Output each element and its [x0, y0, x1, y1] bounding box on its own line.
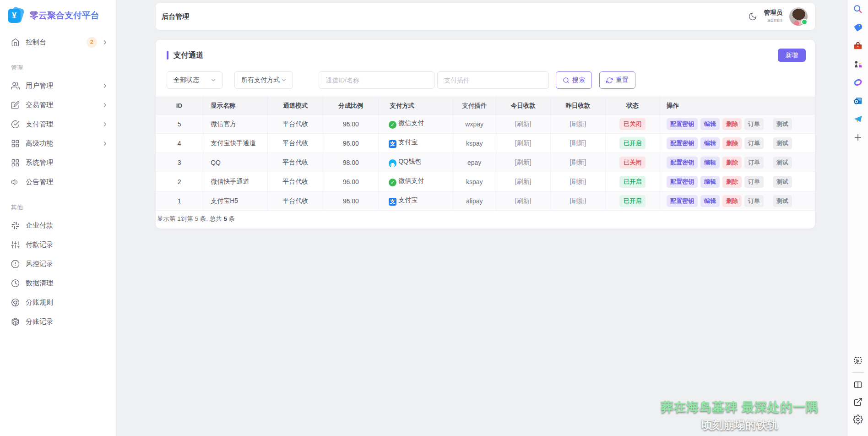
- sidebar-item-system-management[interactable]: 系统管理: [0, 153, 116, 172]
- orders-action[interactable]: 订单: [744, 195, 764, 207]
- delete-action[interactable]: 删除: [722, 176, 742, 188]
- extension-copilot-icon[interactable]: [852, 77, 863, 88]
- cell-share-ratio: 96.00: [323, 134, 379, 153]
- orders-action[interactable]: 订单: [744, 176, 764, 188]
- main-area: 后台管理 管理员 admin 支付通道 新增 全部状态: [116, 0, 847, 436]
- refresh-today-link[interactable]: [刷新]: [515, 120, 532, 127]
- open-external-icon[interactable]: [852, 397, 863, 408]
- cell-id: 2: [156, 172, 203, 191]
- sidebar-item-console[interactable]: 控制台 2: [0, 33, 116, 52]
- sidebar-item-transaction-management[interactable]: 交易管理: [0, 95, 116, 114]
- test-action[interactable]: 测试: [773, 176, 792, 188]
- dark-mode-toggle[interactable]: [748, 12, 757, 21]
- delete-action[interactable]: 删除: [722, 118, 742, 130]
- method-select[interactable]: 所有支付方式: [234, 71, 293, 89]
- logo[interactable]: ¥ 零云聚合支付平台: [0, 6, 116, 25]
- avatar[interactable]: [789, 7, 808, 26]
- orders-action[interactable]: 订单: [744, 137, 764, 149]
- configure-key-action[interactable]: 配置密钥: [667, 118, 698, 130]
- sidebar-item-risk-records[interactable]: 风控记录: [0, 254, 116, 273]
- sidebar-item-enterprise-payment[interactable]: 企业付款: [0, 216, 116, 235]
- extension-telegram-icon[interactable]: [852, 114, 863, 125]
- col-channel-mode: 通道模式: [268, 97, 323, 114]
- user-menu[interactable]: 管理员 admin: [764, 9, 783, 24]
- delete-action[interactable]: 删除: [722, 157, 742, 169]
- table-summary: 显示第 1到第 5 条, 总共 5 条: [156, 211, 815, 223]
- edit-action[interactable]: 编辑: [700, 157, 720, 169]
- sidebar-item-advanced-functions[interactable]: 高级功能: [0, 134, 116, 153]
- search-button[interactable]: 搜索: [556, 71, 592, 89]
- channels-table: ID 显示名称 通道模式 分成比例 支付方式 支付插件 今日收款 昨日收款 状态…: [156, 97, 815, 211]
- delete-action[interactable]: 删除: [722, 195, 742, 207]
- sidebar-item-label: 数据清理: [26, 279, 108, 288]
- topbar: 后台管理 管理员 admin: [156, 3, 815, 30]
- refresh-yesterday-link[interactable]: [刷新]: [570, 139, 586, 147]
- chevron-down-icon: [210, 77, 217, 83]
- configure-key-action[interactable]: 配置密钥: [667, 137, 698, 149]
- test-action[interactable]: 测试: [773, 157, 792, 169]
- status-select[interactable]: 全部状态: [167, 71, 222, 89]
- sidebar-item-label: 控制台: [26, 38, 87, 47]
- extension-tag-icon[interactable]: [852, 22, 863, 33]
- cell-share-ratio: 96.00: [323, 172, 379, 191]
- sidebar-item-payment-management[interactable]: 支付管理: [0, 114, 116, 134]
- sidebar-item-payment-records[interactable]: 付款记录: [0, 235, 116, 254]
- sidebar-item-split-records[interactable]: 分账记录: [0, 312, 116, 331]
- edit-action[interactable]: 编辑: [700, 137, 720, 149]
- extension-search-icon[interactable]: [852, 4, 863, 15]
- add-button[interactable]: 新增: [778, 49, 806, 62]
- screenshot-icon[interactable]: [852, 355, 863, 366]
- configure-key-action[interactable]: 配置密钥: [667, 195, 698, 207]
- configure-key-action[interactable]: 配置密钥: [667, 176, 698, 188]
- extension-toolbox-icon[interactable]: [852, 40, 863, 51]
- col-display-name: 显示名称: [203, 97, 268, 114]
- add-extension-icon[interactable]: [852, 132, 863, 143]
- configure-key-action[interactable]: 配置密钥: [667, 157, 698, 169]
- refresh-yesterday-link[interactable]: [刷新]: [570, 197, 586, 204]
- test-action[interactable]: 测试: [773, 195, 792, 207]
- refresh-yesterday-link[interactable]: [刷新]: [570, 158, 586, 166]
- home-icon: [11, 38, 20, 47]
- sidebar-item-announcement-management[interactable]: 公告管理: [0, 172, 116, 191]
- sidebar: ¥ 零云聚合支付平台 控制台 2 管理 用户管理 交易管理 支付管理: [0, 0, 116, 436]
- speaker-icon: [11, 178, 20, 186]
- refresh-today-link[interactable]: [刷新]: [515, 197, 532, 204]
- extension-chess-icon[interactable]: [852, 59, 863, 70]
- cell-actions: 配置密钥编辑删除订单测试: [660, 191, 815, 211]
- payment-method-label: QQ钱包: [398, 158, 421, 165]
- settings-gear-icon[interactable]: [852, 414, 863, 425]
- cell-today-income: [刷新]: [496, 191, 551, 211]
- edit-action[interactable]: 编辑: [700, 118, 720, 130]
- refresh-today-link[interactable]: [刷新]: [515, 158, 532, 166]
- refresh-today-link[interactable]: [刷新]: [515, 178, 532, 185]
- delete-action[interactable]: 删除: [722, 137, 742, 149]
- table-row: 2 微信快手通道 平台代收 96.00 微信支付 kspay [刷新] [刷新]…: [156, 172, 815, 191]
- app-root: ¥ 零云聚合支付平台 控制台 2 管理 用户管理 交易管理 支付管理: [0, 0, 868, 436]
- chevron-down-icon: [281, 77, 287, 83]
- split-view-icon[interactable]: [852, 379, 863, 390]
- test-action[interactable]: 测试: [773, 118, 792, 130]
- plugin-input[interactable]: [437, 71, 549, 89]
- sidebar-item-label: 风控记录: [26, 260, 108, 268]
- test-action[interactable]: 测试: [773, 137, 792, 149]
- cell-channel-mode: 平台代收: [268, 114, 323, 134]
- refresh-today-link[interactable]: [刷新]: [515, 139, 532, 147]
- reset-button[interactable]: 重置: [599, 71, 635, 89]
- sidebar-item-label: 分账记录: [26, 317, 108, 326]
- edit-action[interactable]: 编辑: [700, 195, 720, 207]
- sidebar-item-user-management[interactable]: 用户管理: [0, 76, 116, 95]
- sidebar-item-data-cleanup[interactable]: 数据清理: [0, 273, 116, 293]
- refresh-yesterday-link[interactable]: [刷新]: [570, 120, 586, 127]
- orders-action[interactable]: 订单: [744, 157, 764, 169]
- payment-channels-panel: 支付通道 新增 全部状态 所有支付方式 搜索: [156, 40, 815, 229]
- edit-action[interactable]: 编辑: [700, 176, 720, 188]
- topbar-right: 管理员 admin: [748, 7, 808, 26]
- status-badge: 已关闭: [619, 157, 646, 169]
- channel-id-input[interactable]: [319, 71, 434, 89]
- orders-action[interactable]: 订单: [744, 118, 764, 130]
- sidebar-item-label: 分账规则: [26, 298, 108, 307]
- sidebar-item-split-rules[interactable]: 分账规则: [0, 293, 116, 312]
- cell-payment-method: 支付宝: [379, 134, 453, 153]
- extension-outlook-icon[interactable]: [852, 95, 863, 106]
- refresh-yesterday-link[interactable]: [刷新]: [570, 178, 586, 185]
